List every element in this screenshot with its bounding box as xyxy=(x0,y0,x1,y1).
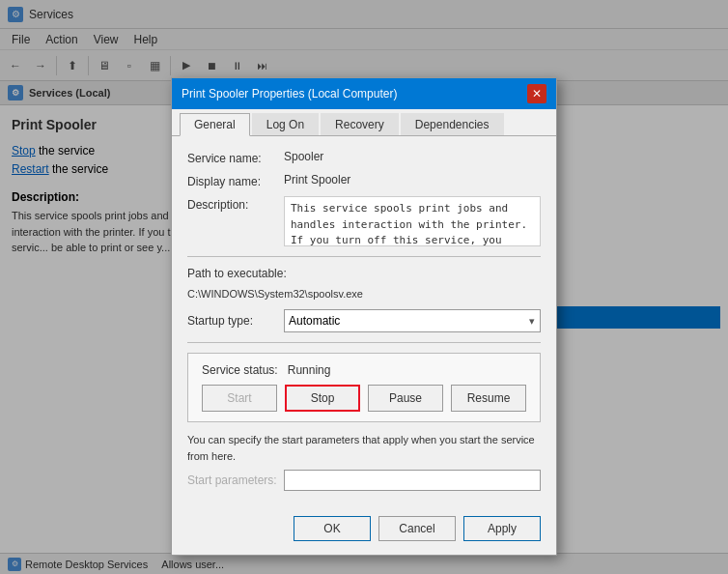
tab-general[interactable]: General xyxy=(180,113,250,136)
display-name-row: Display name: Print Spooler xyxy=(187,173,541,188)
service-name-value: Spooler xyxy=(284,150,541,163)
dialog-body: Service name: Spooler Display name: Prin… xyxy=(172,136,556,508)
startup-type-select[interactable]: Automatic Automatic (Delayed Start) Manu… xyxy=(284,309,541,332)
dialog-title-bar: Print Spooler Properties (Local Computer… xyxy=(172,78,556,109)
start-params-label: Start parameters: xyxy=(187,474,284,487)
description-textarea[interactable] xyxy=(284,196,541,246)
status-buttons: Start Stop Pause Resume xyxy=(202,385,526,412)
display-name-label: Display name: xyxy=(187,173,284,188)
dialog-footer: OK Cancel Apply xyxy=(172,508,556,555)
ok-button[interactable]: OK xyxy=(294,516,371,541)
start-params-input[interactable] xyxy=(284,470,541,491)
separator-1 xyxy=(187,256,541,257)
stop-button[interactable]: Stop xyxy=(285,385,360,412)
resume-button[interactable]: Resume xyxy=(451,385,526,412)
modal-overlay: Print Spooler Properties (Local Computer… xyxy=(0,0,728,574)
status-section-label: Service status: Running xyxy=(202,363,526,377)
start-params-note: You can specify the start parameters tha… xyxy=(187,432,541,464)
description-row: Description: xyxy=(187,196,541,246)
service-status-value: Running xyxy=(288,363,331,377)
startup-type-label: Startup type: xyxy=(187,314,284,328)
start-params-row: Start parameters: xyxy=(187,470,541,491)
path-label: Path to executable: xyxy=(187,267,287,280)
pause-button[interactable]: Pause xyxy=(368,385,443,412)
startup-select-wrap: Automatic Automatic (Delayed Start) Manu… xyxy=(284,309,541,332)
display-name-value: Print Spooler xyxy=(284,173,541,187)
cancel-button[interactable]: Cancel xyxy=(378,516,456,541)
path-row: Path to executable: xyxy=(187,267,541,280)
apply-button[interactable]: Apply xyxy=(463,516,541,541)
path-value: C:\WINDOWS\System32\spoolsv.exe xyxy=(187,288,541,300)
tab-recovery[interactable]: Recovery xyxy=(321,113,399,135)
service-name-label: Service name: xyxy=(187,150,284,165)
dialog-title: Print Spooler Properties (Local Computer… xyxy=(182,87,397,100)
tab-logon[interactable]: Log On xyxy=(252,113,319,135)
separator-2 xyxy=(187,342,541,343)
start-button[interactable]: Start xyxy=(202,385,277,412)
service-status-label: Service status: xyxy=(202,363,278,377)
startup-type-row: Startup type: Automatic Automatic (Delay… xyxy=(187,309,541,332)
description-field-label: Description: xyxy=(187,196,284,212)
close-icon[interactable]: ✕ xyxy=(527,84,546,103)
dialog: Print Spooler Properties (Local Computer… xyxy=(171,77,557,556)
dialog-tabs: General Log On Recovery Dependencies xyxy=(172,109,556,136)
status-section: Service status: Running Start Stop Pause… xyxy=(187,353,541,422)
tab-dependencies[interactable]: Dependencies xyxy=(401,113,504,135)
service-name-row: Service name: Spooler xyxy=(187,150,541,165)
